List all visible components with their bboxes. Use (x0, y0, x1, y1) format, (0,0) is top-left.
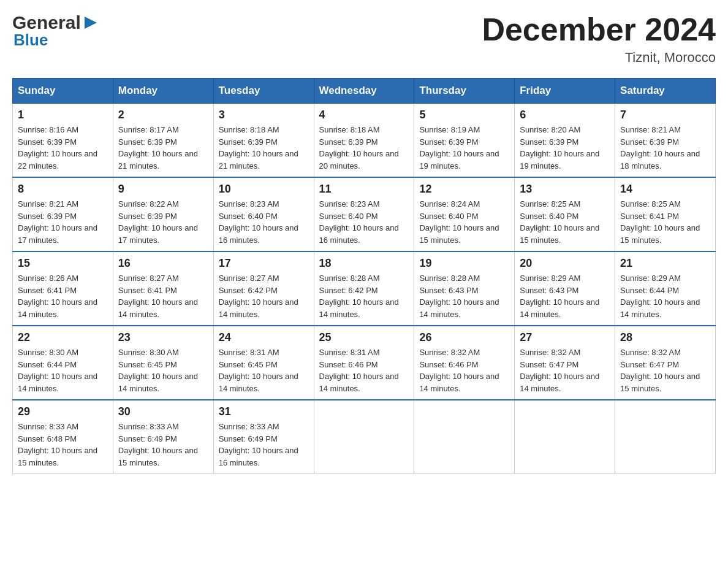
day-number: 22 (18, 331, 108, 344)
logo-blue-text: Blue (13, 31, 48, 50)
day-info: Sunrise: 8:31 AMSunset: 6:45 PMDaylight:… (219, 347, 309, 394)
calendar-cell: 18Sunrise: 8:28 AMSunset: 6:42 PMDayligh… (314, 251, 414, 326)
calendar-cell: 22Sunrise: 8:30 AMSunset: 6:44 PMDayligh… (13, 326, 113, 400)
day-info: Sunrise: 8:27 AMSunset: 6:42 PMDaylight:… (219, 272, 309, 320)
calendar-cell (414, 400, 515, 474)
day-info: Sunrise: 8:21 AMSunset: 6:39 PMDaylight:… (18, 198, 108, 246)
day-info: Sunrise: 8:23 AMSunset: 6:40 PMDaylight:… (219, 198, 309, 246)
logo-general-text: General (12, 12, 81, 33)
day-info: Sunrise: 8:16 AMSunset: 6:39 PMDaylight:… (18, 124, 108, 172)
day-info: Sunrise: 8:29 AMSunset: 6:43 PMDaylight:… (520, 272, 610, 320)
day-number: 16 (118, 257, 208, 270)
day-number: 29 (18, 405, 108, 418)
calendar-header-row: SundayMondayTuesdayWednesdayThursdayFrid… (13, 79, 716, 104)
day-number: 14 (620, 183, 710, 196)
day-info: Sunrise: 8:26 AMSunset: 6:41 PMDaylight:… (18, 272, 108, 320)
calendar-week-row-3: 15Sunrise: 8:26 AMSunset: 6:41 PMDayligh… (13, 251, 716, 326)
calendar-cell: 14Sunrise: 8:25 AMSunset: 6:41 PMDayligh… (615, 177, 716, 251)
calendar-cell: 31Sunrise: 8:33 AMSunset: 6:49 PMDayligh… (213, 400, 314, 474)
calendar-cell: 25Sunrise: 8:31 AMSunset: 6:46 PMDayligh… (314, 326, 414, 400)
calendar-cell: 15Sunrise: 8:26 AMSunset: 6:41 PMDayligh… (13, 251, 113, 326)
day-info: Sunrise: 8:18 AMSunset: 6:39 PMDaylight:… (319, 124, 409, 172)
calendar-cell: 17Sunrise: 8:27 AMSunset: 6:42 PMDayligh… (213, 251, 314, 326)
day-info: Sunrise: 8:28 AMSunset: 6:42 PMDaylight:… (319, 272, 409, 320)
calendar-cell: 28Sunrise: 8:32 AMSunset: 6:47 PMDayligh… (615, 326, 716, 400)
calendar-cell: 8Sunrise: 8:21 AMSunset: 6:39 PMDaylight… (13, 177, 113, 251)
calendar-header-saturday: Saturday (615, 79, 716, 104)
calendar-cell (615, 400, 716, 474)
calendar-table: SundayMondayTuesdayWednesdayThursdayFrid… (12, 78, 716, 474)
day-number: 7 (620, 109, 710, 121)
calendar-week-row-2: 8Sunrise: 8:21 AMSunset: 6:39 PMDaylight… (13, 177, 716, 251)
calendar-week-row-1: 1Sunrise: 8:16 AMSunset: 6:39 PMDaylight… (13, 104, 716, 178)
calendar-cell: 9Sunrise: 8:22 AMSunset: 6:39 PMDaylight… (113, 177, 213, 251)
day-number: 1 (18, 109, 108, 121)
calendar-header-monday: Monday (113, 79, 213, 104)
calendar-header-friday: Friday (515, 79, 615, 104)
page-header: General Blue December 2024 Tiznit, Moroc… (12, 12, 716, 66)
day-number: 26 (419, 331, 509, 344)
calendar-cell: 21Sunrise: 8:29 AMSunset: 6:44 PMDayligh… (615, 251, 716, 326)
calendar-cell: 10Sunrise: 8:23 AMSunset: 6:40 PMDayligh… (213, 177, 314, 251)
day-number: 11 (319, 183, 409, 196)
day-info: Sunrise: 8:29 AMSunset: 6:44 PMDaylight:… (620, 272, 710, 320)
day-number: 8 (18, 183, 108, 196)
day-info: Sunrise: 8:17 AMSunset: 6:39 PMDaylight:… (118, 124, 208, 172)
calendar-title-area: December 2024 Tiznit, Morocco (482, 12, 716, 66)
day-number: 31 (219, 405, 309, 418)
calendar-cell: 26Sunrise: 8:32 AMSunset: 6:46 PMDayligh… (414, 326, 515, 400)
calendar-cell: 16Sunrise: 8:27 AMSunset: 6:41 PMDayligh… (113, 251, 213, 326)
calendar-cell: 12Sunrise: 8:24 AMSunset: 6:40 PMDayligh… (414, 177, 515, 251)
calendar-header-sunday: Sunday (13, 79, 113, 104)
day-info: Sunrise: 8:33 AMSunset: 6:49 PMDaylight:… (118, 421, 208, 469)
calendar-cell: 2Sunrise: 8:17 AMSunset: 6:39 PMDaylight… (113, 104, 213, 178)
calendar-cell (314, 400, 414, 474)
day-number: 10 (219, 183, 309, 196)
logo: General Blue (12, 12, 99, 50)
calendar-cell: 27Sunrise: 8:32 AMSunset: 6:47 PMDayligh… (515, 326, 615, 400)
day-info: Sunrise: 8:23 AMSunset: 6:40 PMDaylight:… (319, 198, 409, 246)
day-info: Sunrise: 8:22 AMSunset: 6:39 PMDaylight:… (118, 198, 208, 246)
calendar-cell: 5Sunrise: 8:19 AMSunset: 6:39 PMDaylight… (414, 104, 515, 178)
day-number: 18 (319, 257, 409, 270)
day-info: Sunrise: 8:32 AMSunset: 6:47 PMDaylight:… (620, 347, 710, 394)
day-number: 5 (419, 109, 509, 121)
calendar-week-row-4: 22Sunrise: 8:30 AMSunset: 6:44 PMDayligh… (13, 326, 716, 400)
day-number: 20 (520, 257, 610, 270)
day-info: Sunrise: 8:20 AMSunset: 6:39 PMDaylight:… (520, 124, 610, 172)
day-info: Sunrise: 8:19 AMSunset: 6:39 PMDaylight:… (419, 124, 509, 172)
calendar-cell: 7Sunrise: 8:21 AMSunset: 6:39 PMDaylight… (615, 104, 716, 178)
day-info: Sunrise: 8:24 AMSunset: 6:40 PMDaylight:… (419, 198, 509, 246)
calendar-cell: 30Sunrise: 8:33 AMSunset: 6:49 PMDayligh… (113, 400, 213, 474)
day-info: Sunrise: 8:33 AMSunset: 6:48 PMDaylight:… (18, 421, 108, 469)
day-info: Sunrise: 8:25 AMSunset: 6:41 PMDaylight:… (620, 198, 710, 246)
calendar-cell: 29Sunrise: 8:33 AMSunset: 6:48 PMDayligh… (13, 400, 113, 474)
day-info: Sunrise: 8:33 AMSunset: 6:49 PMDaylight:… (219, 421, 309, 469)
day-number: 27 (520, 331, 610, 344)
day-info: Sunrise: 8:25 AMSunset: 6:40 PMDaylight:… (520, 198, 610, 246)
day-number: 12 (419, 183, 509, 196)
logo-triangle-icon (82, 14, 99, 31)
calendar-cell: 23Sunrise: 8:30 AMSunset: 6:45 PMDayligh… (113, 326, 213, 400)
day-number: 13 (520, 183, 610, 196)
calendar-cell (515, 400, 615, 474)
day-info: Sunrise: 8:32 AMSunset: 6:47 PMDaylight:… (520, 347, 610, 394)
day-number: 19 (419, 257, 509, 270)
calendar-subtitle: Tiznit, Morocco (482, 50, 716, 66)
day-info: Sunrise: 8:21 AMSunset: 6:39 PMDaylight:… (620, 124, 710, 172)
day-number: 17 (219, 257, 309, 270)
day-info: Sunrise: 8:31 AMSunset: 6:46 PMDaylight:… (319, 347, 409, 394)
calendar-cell: 1Sunrise: 8:16 AMSunset: 6:39 PMDaylight… (13, 104, 113, 178)
calendar-cell: 3Sunrise: 8:18 AMSunset: 6:39 PMDaylight… (213, 104, 314, 178)
calendar-cell: 13Sunrise: 8:25 AMSunset: 6:40 PMDayligh… (515, 177, 615, 251)
calendar-header-thursday: Thursday (414, 79, 515, 104)
calendar-week-row-5: 29Sunrise: 8:33 AMSunset: 6:48 PMDayligh… (13, 400, 716, 474)
day-number: 24 (219, 331, 309, 344)
calendar-cell: 6Sunrise: 8:20 AMSunset: 6:39 PMDaylight… (515, 104, 615, 178)
svg-marker-0 (85, 17, 97, 29)
day-number: 2 (118, 109, 208, 121)
calendar-header-tuesday: Tuesday (213, 79, 314, 104)
calendar-header-wednesday: Wednesday (314, 79, 414, 104)
day-number: 15 (18, 257, 108, 270)
day-number: 23 (118, 331, 208, 344)
